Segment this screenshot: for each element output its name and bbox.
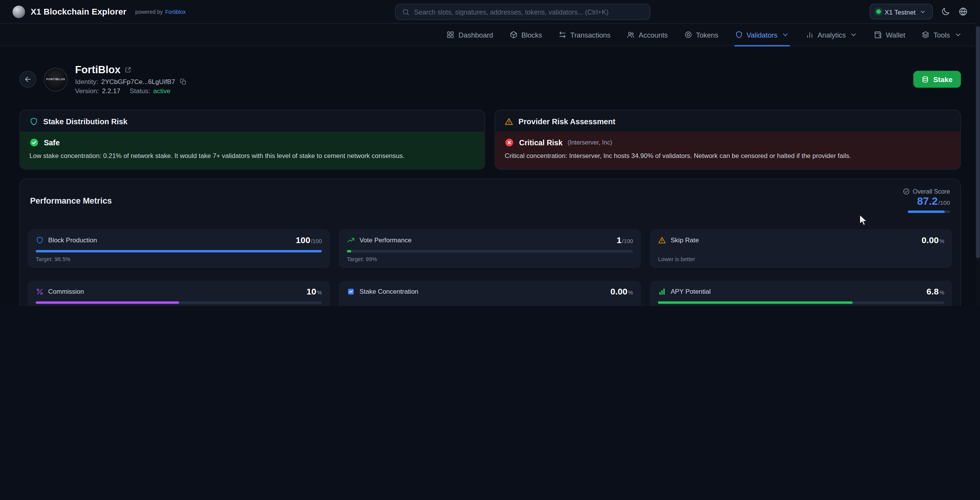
coins-icon — [921, 76, 929, 83]
nav-item-dashboard[interactable]: Dashboard — [439, 24, 501, 46]
moon-icon — [941, 7, 950, 16]
check-circle-icon — [29, 138, 39, 147]
coin-icon — [684, 31, 692, 39]
external-link-icon[interactable] — [125, 66, 132, 73]
main-content: FORTIBLOX FortiBlox Identity: 2YCbGFp7Ce… — [0, 46, 980, 306]
chevron-down-icon — [919, 8, 926, 15]
powered-by-text: powered by — [135, 8, 163, 15]
metric-card-stake-concentration: Stake Concentration 0.00% Lower is bette… — [339, 281, 641, 306]
copy-icon[interactable] — [178, 78, 186, 85]
nav-item-blocks[interactable]: Blocks — [501, 24, 550, 46]
nav-label: Tokens — [696, 31, 718, 39]
nav-item-analytics[interactable]: Analytics — [798, 24, 866, 46]
grid-icon — [447, 31, 455, 39]
risk-level-note: (Interserver, Inc) — [567, 139, 612, 146]
global-search[interactable] — [395, 4, 651, 20]
main-nav: Dashboard Blocks Transactions Accounts T… — [0, 24, 980, 46]
network-selector[interactable]: X1 Testnet — [870, 4, 932, 20]
risk-description: Critical concentration: Interserver, Inc… — [505, 151, 951, 161]
overall-score-suffix: /100 — [938, 199, 950, 206]
status-label: Status: — [129, 87, 150, 95]
chevron-down-icon — [850, 31, 858, 39]
bars-icon — [658, 287, 666, 295]
back-button[interactable] — [20, 71, 36, 88]
overall-score-value: 87.2 — [917, 196, 938, 207]
nav-item-transactions[interactable]: Transactions — [550, 24, 619, 46]
network-label: X1 Testnet — [885, 8, 916, 15]
nav-label: Tools — [933, 31, 950, 39]
nav-label: Transactions — [570, 31, 611, 39]
risk-description: Low stake concentration: 0.21% of networ… — [29, 151, 475, 161]
overall-score: Overall Score 87.2/100 — [903, 188, 950, 213]
users-icon — [627, 31, 635, 39]
risk-level: Critical Risk — [519, 138, 562, 147]
validator-avatar: FORTIBLOX — [44, 67, 67, 91]
header-actions: X1 Testnet — [870, 4, 968, 20]
globe-icon — [958, 7, 968, 16]
metric-bar — [658, 301, 944, 304]
powered-by: powered by Fortiblox — [135, 8, 186, 15]
card-title: Provider Risk Assessment — [518, 117, 615, 126]
stake-distribution-risk-card: Stake Distribution Risk Safe Low stake c… — [20, 110, 485, 169]
metric-bar — [347, 250, 633, 253]
fortiblox-link[interactable]: Fortiblox — [165, 8, 185, 15]
arrows-icon — [559, 31, 567, 39]
nav-item-validators[interactable]: Validators — [726, 24, 797, 46]
metrics-grid: Block Production 100/100 Target: 98.5% V… — [20, 229, 960, 306]
brand: X1 Blockchain Explorer powered by Fortib… — [13, 5, 186, 18]
nav-item-tokens[interactable]: Tokens — [676, 24, 726, 46]
nav-label: Wallet — [886, 31, 905, 39]
chevron-down-icon — [954, 31, 962, 39]
brand-logo — [13, 5, 25, 18]
nav-item-wallet[interactable]: Wallet — [866, 24, 913, 46]
layers-icon — [921, 31, 929, 39]
search-icon — [402, 8, 410, 16]
nav-label: Validators — [747, 31, 778, 39]
validator-identity: 2YCbGFp7Ce...6LgUifB7 — [101, 78, 175, 86]
nav-label: Analytics — [818, 31, 846, 39]
search-input[interactable] — [414, 8, 644, 16]
version-value: 2.2.17 — [102, 87, 120, 95]
nav-label: Dashboard — [459, 31, 493, 39]
wallet-icon — [874, 31, 882, 39]
stake-button[interactable]: Stake — [913, 71, 961, 88]
page-scrollbar — [975, 0, 980, 306]
shield-icon — [29, 117, 38, 126]
metric-card-apy-potential: APY Potential 6.8% Higher is better — [650, 281, 952, 306]
risk-cards-row: Stake Distribution Risk Safe Low stake c… — [20, 110, 961, 169]
box-icon — [510, 31, 518, 39]
shield-icon — [735, 31, 743, 39]
overall-score-bar — [907, 211, 950, 213]
status-value: active — [153, 87, 170, 95]
validator-info: FortiBlox Identity: 2YCbGFp7Ce...6LgUifB… — [75, 64, 186, 95]
safe-banner: Safe Low stake concentration: 0.21% of n… — [20, 132, 485, 169]
nav-label: Accounts — [639, 31, 668, 39]
section-title: Performance Metrics — [30, 196, 111, 206]
x-circle-icon — [505, 138, 514, 147]
chart-square-icon — [347, 287, 355, 295]
nav-item-tools[interactable]: Tools — [913, 24, 970, 46]
metric-bar — [36, 301, 322, 304]
performance-metrics-card: Performance Metrics Overall Score 87.2/1… — [20, 178, 961, 306]
scrollbar-thumb[interactable] — [976, 26, 980, 258]
risk-level: Safe — [44, 138, 59, 147]
language-button[interactable] — [958, 7, 968, 16]
metric-card-block-production: Block Production 100/100 Target: 98.5% — [28, 229, 330, 268]
provider-risk-card: Provider Risk Assessment Critical Risk (… — [495, 110, 960, 169]
metric-card-vote-performance: Vote Performance 1/100 Target: 99% — [339, 229, 641, 268]
validator-name: FortiBlox — [75, 64, 120, 76]
metric-card-commission: Commission 10% Industry avg: 8% — [28, 281, 330, 306]
validator-header: FORTIBLOX FortiBlox Identity: 2YCbGFp7Ce… — [20, 64, 961, 95]
critical-banner: Critical Risk (Interserver, Inc) Critica… — [495, 132, 960, 169]
warning-icon — [658, 236, 666, 244]
version-label: Version: — [75, 87, 99, 95]
check-circle-icon — [903, 188, 910, 195]
arrow-left-icon — [24, 75, 32, 83]
stake-button-label: Stake — [933, 76, 952, 83]
overall-score-label: Overall Score — [913, 188, 950, 195]
chart-icon — [806, 31, 814, 39]
identity-label: Identity: — [75, 78, 98, 86]
nav-item-accounts[interactable]: Accounts — [619, 24, 676, 46]
theme-toggle-button[interactable] — [941, 7, 950, 16]
card-title: Stake Distribution Risk — [43, 117, 128, 126]
